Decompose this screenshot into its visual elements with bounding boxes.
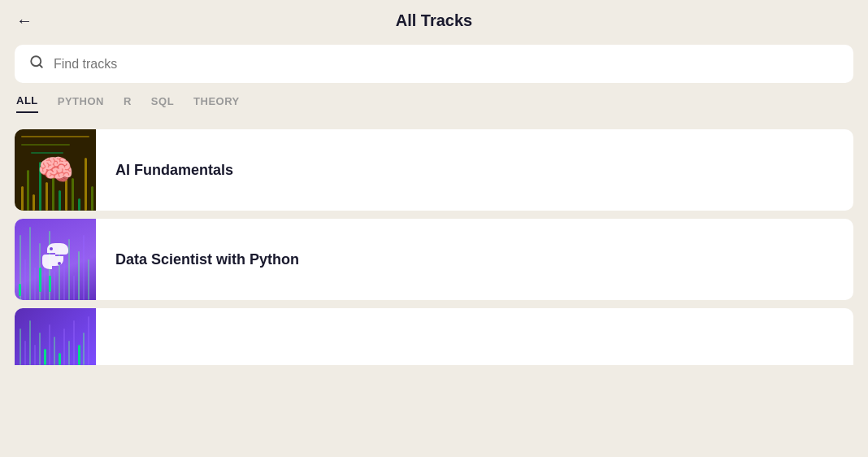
track-card-ai-fundamentals[interactable]: 🧠 AI Fundamentals — [15, 129, 853, 211]
track-thumbnail-ai: 🧠 — [15, 129, 96, 211]
tab-python[interactable]: PYTHON — [58, 95, 104, 112]
tracks-list: 🧠 AI Fundamentals — [0, 121, 868, 373]
page-title: All Tracks — [396, 11, 473, 30]
svg-point-3 — [58, 262, 61, 265]
svg-point-2 — [50, 247, 53, 250]
track-thumbnail-python — [15, 219, 96, 300]
track-name-ai: AI Fundamentals — [115, 162, 233, 178]
filter-tabs: ALL PYTHON R SQL THEORY — [0, 94, 868, 121]
tab-r[interactable]: R — [124, 95, 132, 112]
track-info-partial — [96, 320, 853, 353]
page-header: ← All Tracks — [0, 0, 868, 41]
track-card-partial[interactable] — [15, 308, 853, 365]
tab-all[interactable]: ALL — [16, 94, 38, 113]
search-icon — [29, 54, 44, 73]
back-button[interactable]: ← — [16, 11, 33, 30]
svg-line-1 — [39, 64, 41, 67]
ai-brain-icon: 🧠 — [37, 153, 74, 187]
track-card-data-scientist-python[interactable]: Data Scientist with Python — [15, 219, 853, 300]
tab-sql[interactable]: SQL — [151, 95, 174, 112]
python-icon — [39, 240, 72, 279]
search-input[interactable] — [54, 57, 839, 72]
track-thumbnail-partial — [15, 308, 96, 365]
tab-theory[interactable]: THEORY — [193, 95, 240, 112]
track-info-python: Data Scientist with Python — [96, 235, 853, 285]
track-info-ai: AI Fundamentals — [96, 146, 853, 195]
search-bar — [15, 45, 853, 83]
track-name-python: Data Scientist with Python — [115, 251, 299, 268]
back-icon: ← — [16, 11, 33, 30]
